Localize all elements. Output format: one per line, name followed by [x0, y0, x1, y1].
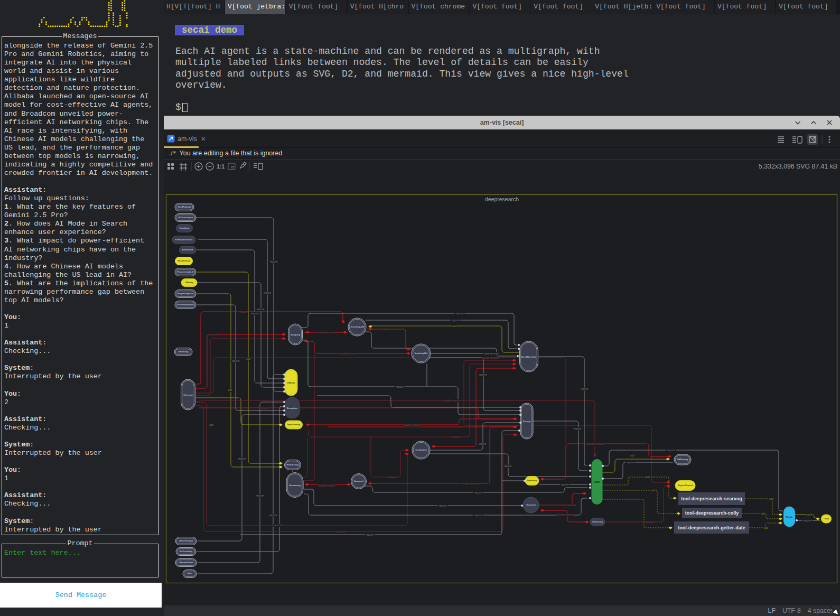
svg-text:NeedMoreInfo: NeedMoreInfo — [521, 356, 536, 358]
svg-text:remove: remove — [239, 311, 247, 313]
svg-text:add: add — [651, 489, 655, 492]
svg-text:double-remove: double-remove — [462, 482, 479, 485]
svg-text:add: add — [761, 512, 765, 515]
svg-text:add: add — [769, 498, 773, 500]
svg-text:require: require — [581, 388, 589, 390]
svg-text:remove: remove — [646, 521, 654, 524]
svg-text:add: add — [764, 527, 768, 529]
svg-text:require: require — [257, 308, 265, 311]
svg-text:UISaveOutput: UISaveOutput — [179, 539, 193, 542]
svg-text:deepresearch: deepresearch — [485, 196, 519, 202]
svg-text:ErrNetwork: ErrNetwork — [182, 248, 193, 251]
svg-text:require: require — [479, 374, 487, 376]
svg-text:add: add — [806, 514, 810, 516]
svg-text:require: require — [256, 494, 264, 497]
svg-text:add: add — [645, 476, 649, 479]
svg-text:require: require — [396, 386, 404, 388]
svg-text:Prompt: Prompt — [523, 420, 531, 423]
svg-text:Answering: Answering — [289, 484, 301, 487]
svg-text:double-remove: double-remove — [443, 399, 460, 402]
svg-text:require: require — [251, 312, 259, 315]
svg-text:Requesting: Requesting — [287, 463, 298, 466]
svg-text:ErrHandlerTimeout: ErrHandlerTimeout — [175, 239, 193, 241]
svg-text:Start: Start — [594, 481, 600, 483]
svg-text:double-remove: double-remove — [317, 331, 334, 334]
svg-text:require: require — [574, 427, 582, 430]
svg-text:Exception: Exception — [287, 407, 297, 409]
svg-text:double-remove: double-remove — [379, 328, 396, 331]
svg-text:require: require — [456, 312, 464, 315]
svg-text:DBSaving: DBSaving — [179, 350, 189, 353]
svg-text:double-remove: double-remove — [318, 484, 335, 487]
svg-text:add: add — [209, 424, 213, 426]
svg-text:require: require — [627, 461, 634, 464]
svg-text:require: require — [504, 465, 512, 468]
svg-text:SearchingWeb: SearchingWeb — [415, 352, 428, 354]
svg-text:remove: remove — [567, 504, 576, 507]
svg-text:add: add — [452, 325, 456, 328]
svg-text:SendPayload: SendPayload — [178, 206, 191, 208]
svg-text:tool-deepresearch-searxng: tool-deepresearch-searxng — [681, 496, 742, 501]
svg-text:require: require — [452, 319, 460, 322]
svg-text:remove: remove — [260, 407, 268, 409]
svg-text:Loop: Loop — [824, 517, 829, 520]
svg-text:Heartbeat: Heartbeat — [180, 227, 190, 229]
svg-text:require: require — [439, 505, 447, 507]
svg-text:UICleanOutput: UICleanOutput — [178, 216, 193, 219]
svg-text:UIErr: UIErr — [187, 572, 192, 575]
svg-text:RegisterDisposal: RegisterDisposal — [678, 484, 693, 487]
svg-text:UIReady: UIReady — [185, 281, 194, 284]
svg-text:ErrProviding: ErrProviding — [180, 550, 193, 553]
svg-text:require: require — [269, 514, 277, 517]
svg-text:require: require — [474, 491, 482, 494]
svg-text:add: add — [246, 358, 250, 360]
svg-text:Scraping: Scraping — [291, 333, 300, 336]
svg-text:Ready: Ready — [786, 516, 793, 518]
svg-text:Disposing: Disposing — [592, 520, 603, 523]
svg-text:double-remove: double-remove — [587, 443, 604, 445]
svg-text:remove: remove — [388, 476, 396, 479]
svg-text:RequestingTool: RequestingTool — [178, 292, 193, 295]
svg-text:DBReady: DBReady — [527, 479, 537, 482]
svg-text:InputPending: InputPending — [287, 424, 301, 426]
svg-text:ErrSendPayload: ErrSendPayload — [178, 303, 194, 306]
svg-text:remove: remove — [273, 524, 282, 527]
svg-text:remove: remove — [210, 333, 219, 336]
svg-text:input-remove: input-remove — [484, 352, 499, 355]
svg-text:RequestingLLM: RequestingLLM — [178, 270, 194, 273]
svg-text:1:1: 1:1 — [217, 163, 225, 170]
svg-text:CheckingInfo: CheckingInfo — [415, 449, 426, 451]
svg-text:remove: remove — [337, 530, 345, 533]
svg-text:require: require — [264, 292, 272, 294]
svg-text:double-remove: double-remove — [404, 424, 421, 426]
svg-text:add: add — [228, 389, 232, 391]
svg-text:remove: remove — [452, 436, 460, 438]
svg-text:double-remove: double-remove — [557, 514, 574, 516]
svg-text:Healthcheck: Healthcheck — [178, 259, 190, 262]
svg-text:UIButtonPress: UIButtonPress — [179, 561, 194, 564]
svg-text:require: require — [270, 260, 278, 263]
svg-text:UIMode: UIMode — [287, 381, 295, 384]
svg-text:Interrupt: Interrupt — [183, 394, 193, 396]
svg-text:require: require — [479, 443, 487, 445]
svg-text:SearchingLLM: SearchingLLM — [351, 326, 364, 328]
svg-text:require: require — [238, 458, 246, 460]
svg-text:tool-deepresearch-colly: tool-deepresearch-colly — [685, 510, 739, 516]
svg-text:Disposed: Disposed — [526, 504, 536, 506]
svg-text:require: require — [667, 449, 675, 452]
svg-text:tool-deepresearch-getter-date: tool-deepresearch-getter-date — [678, 525, 745, 530]
svg-text:require: require — [232, 360, 240, 362]
svg-text:double-remove: double-remove — [340, 352, 357, 355]
svg-text:require: require — [561, 483, 569, 486]
svg-text:require: require — [474, 514, 482, 517]
svg-text:add: add — [630, 454, 634, 457]
svg-text:double-remove: double-remove — [482, 357, 499, 359]
svg-text:require: require — [366, 534, 374, 536]
svg-text:DBStarting: DBStarting — [677, 458, 688, 461]
svg-text:Answered: Answered — [354, 480, 363, 482]
svg-text:require: require — [804, 519, 811, 522]
